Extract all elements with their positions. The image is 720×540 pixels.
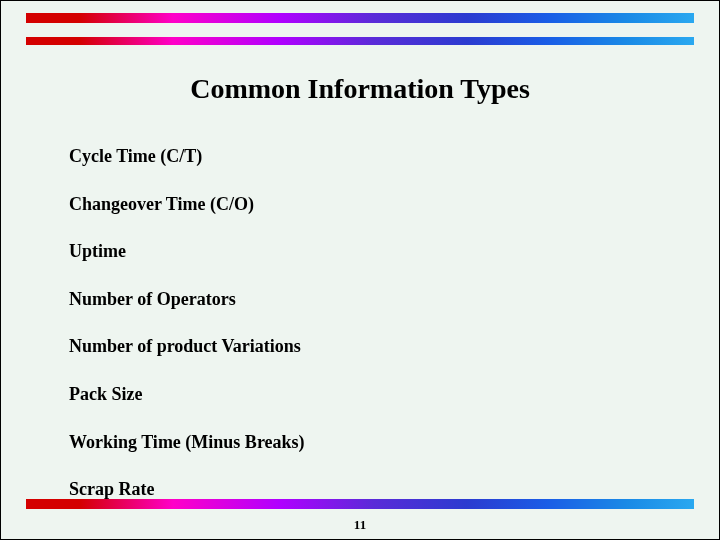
list-item: Number of Operators: [69, 289, 679, 311]
slide: Common Information Types Cycle Time (C/T…: [0, 0, 720, 540]
list-item: Working Time (Minus Breaks): [69, 432, 679, 454]
list-item: Scrap Rate: [69, 479, 679, 501]
page-number: 11: [1, 517, 719, 533]
list-item: Pack Size: [69, 384, 679, 406]
list-item: Number of product Variations: [69, 336, 679, 358]
page-title: Common Information Types: [1, 73, 719, 105]
list-item: Changeover Time (C/O): [69, 194, 679, 216]
list-item: Cycle Time (C/T): [69, 146, 679, 168]
accent-bar-top-inner: [26, 37, 694, 45]
item-list: Cycle Time (C/T) Changeover Time (C/O) U…: [69, 146, 679, 527]
accent-bar-bottom: [26, 499, 694, 509]
accent-bar-top-outer: [26, 13, 694, 23]
list-item: Uptime: [69, 241, 679, 263]
